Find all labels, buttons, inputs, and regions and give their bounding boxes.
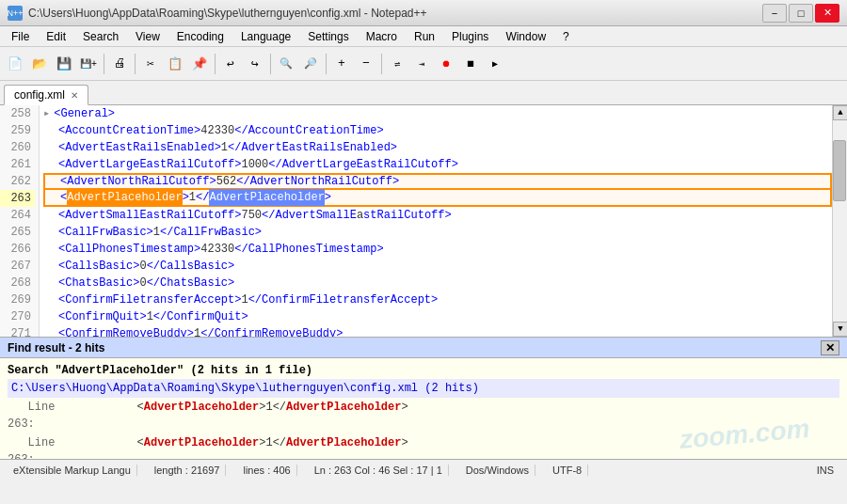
menu-settings[interactable]: Settings xyxy=(300,28,356,45)
highlight-advert-placeholder-close: AdvertPlaceholder xyxy=(209,189,324,206)
menu-edit[interactable]: Edit xyxy=(39,28,73,45)
scroll-down-arrow[interactable]: ▼ xyxy=(833,322,847,337)
toolbar: 📄 📂 💾 💾+ 🖨 ✂ 📋 📌 ↩ ↪ 🔍 🔎 + − ⇌ ⇥ ⏺ ⏹ ▶ xyxy=(0,47,847,81)
menu-search[interactable]: Search xyxy=(75,28,126,45)
find-result-1: Line 263: <AdvertPlaceholder>1</AdvertPl… xyxy=(8,398,839,433)
line-num-271: 271 xyxy=(0,325,35,337)
code-line-262: <AdvertNorthRailCutoff>562</AdvertNorthR… xyxy=(43,173,832,190)
tb-new[interactable]: 📄 xyxy=(4,53,26,75)
maximize-button[interactable]: □ xyxy=(789,4,813,23)
tabs-bar: config.xml ✕ xyxy=(0,81,847,105)
tb-replace[interactable]: 🔎 xyxy=(299,53,322,75)
line-numbers: 258 259 260 261 262 263 264 265 266 267 … xyxy=(0,105,40,337)
find-result-2-code: <AdvertPlaceholder>1</AdvertPlaceholder> xyxy=(83,434,408,459)
toolbar-sep-2 xyxy=(135,54,136,74)
line-num-266: 266 xyxy=(0,241,35,258)
line-num-262: 262 xyxy=(0,173,35,190)
line-num-263: 263 xyxy=(0,190,35,207)
menu-run[interactable]: Run xyxy=(407,28,442,45)
tb-redo[interactable]: ↪ xyxy=(244,53,266,75)
status-language: eXtensible Markup Langu xyxy=(8,465,137,476)
find-panel-close[interactable]: ✕ xyxy=(821,340,839,355)
tb-zoom-in[interactable]: + xyxy=(330,53,353,75)
code-line-270: <ConfirmQuit>1</ConfirmQuit> xyxy=(43,308,832,325)
status-bar: eXtensible Markup Langu length : 21697 l… xyxy=(0,459,847,480)
title-bar: N++ C:\Users\Huong\AppData\Roaming\Skype… xyxy=(0,0,847,26)
find-file-path[interactable]: C:\Users\Huong\AppData\Roaming\Skype\lut… xyxy=(8,379,839,398)
code-line-259: <AccountCreationTime>42330</AccountCreat… xyxy=(43,122,832,139)
toolbar-sep-1 xyxy=(104,54,104,74)
line-num-270: 270 xyxy=(0,308,35,325)
code-line-268: <ChatsBasic>0</ChatsBasic> xyxy=(43,275,832,291)
toolbar-sep-5 xyxy=(326,54,327,74)
scroll-up-arrow[interactable]: ▲ xyxy=(833,105,847,120)
toolbar-sep-4 xyxy=(270,54,271,74)
line-num-264: 264 xyxy=(0,207,35,224)
find-result-1-highlight-open: AdvertPlaceholder xyxy=(144,401,259,414)
app-icon: N++ xyxy=(8,6,23,21)
find-result-1-highlight-close: AdvertPlaceholder xyxy=(286,401,401,414)
window-controls: − □ ✕ xyxy=(762,4,839,23)
menu-window[interactable]: Window xyxy=(498,28,553,45)
status-lines: lines : 406 xyxy=(237,465,296,476)
tb-saveall[interactable]: 💾+ xyxy=(77,53,100,75)
code-line-269: <ConfirmFiletransferAccept>1</ConfirmFil… xyxy=(43,291,832,308)
menu-macro[interactable]: Macro xyxy=(359,28,405,45)
line-num-269: 269 xyxy=(0,291,35,308)
code-line-260: <AdvertEastRailsEnabled>1</AdvertEastRai… xyxy=(43,139,832,156)
find-result-2-highlight-close: AdvertPlaceholder xyxy=(286,436,401,449)
find-content: Search "AdvertPlaceholder" (2 hits in 1 … xyxy=(0,358,847,459)
find-panel-header: Find result - 2 hits ✕ xyxy=(0,338,847,358)
line-num-267: 267 xyxy=(0,258,35,275)
find-result-1-code: <AdvertPlaceholder>1</AdvertPlaceholder> xyxy=(83,399,408,433)
toolbar-sep-3 xyxy=(215,54,216,74)
find-results-panel: Find result - 2 hits ✕ Search "AdvertPla… xyxy=(0,337,847,459)
find-panel-title: Find result - 2 hits xyxy=(8,341,104,354)
tb-indent[interactable]: ⇥ xyxy=(410,53,433,75)
tb-copy[interactable]: 📋 xyxy=(164,53,186,75)
line-num-265: 265 xyxy=(0,224,35,241)
tb-find[interactable]: 🔍 xyxy=(275,53,297,75)
tb-wrap[interactable]: ⇌ xyxy=(386,53,408,75)
code-line-265: <CallFrwBasic>1</CallFrwBasic> xyxy=(43,224,832,241)
menu-language[interactable]: Language xyxy=(233,28,298,45)
tab-close-button[interactable]: ✕ xyxy=(71,90,78,101)
toolbar-sep-6 xyxy=(381,54,382,74)
status-length: length : 21697 xyxy=(149,465,227,476)
tab-filename: config.xml xyxy=(14,88,65,102)
status-encoding: UTF-8 xyxy=(547,465,588,476)
tb-save[interactable]: 💾 xyxy=(53,53,75,75)
tb-print[interactable]: 🖨 xyxy=(108,53,131,75)
scroll-thumb[interactable] xyxy=(833,140,846,200)
close-button[interactable]: ✕ xyxy=(815,4,839,23)
code-line-266: <CallPhonesTimestamp>42330</CallPhonesTi… xyxy=(43,241,832,258)
vertical-scrollbar[interactable]: ▲ ▼ xyxy=(832,105,847,337)
code-line-263: <AdvertPlaceholder>1</AdvertPlaceholder> xyxy=(43,190,832,207)
menu-view[interactable]: View xyxy=(128,28,168,45)
line-num-258: 258 xyxy=(0,105,35,122)
tb-zoom-out[interactable]: − xyxy=(355,53,377,75)
code-line-258: ▸<General> xyxy=(43,105,832,122)
status-position: Ln : 263 Col : 46 Sel : 17 | 1 xyxy=(309,465,449,476)
tb-paste[interactable]: 📌 xyxy=(188,53,211,75)
menu-file[interactable]: File xyxy=(4,28,37,45)
tb-macro-rec[interactable]: ⏺ xyxy=(435,53,457,75)
line-num-268: 268 xyxy=(0,275,35,291)
menu-help[interactable]: ? xyxy=(555,28,577,45)
scroll-track[interactable] xyxy=(833,120,847,322)
menu-plugins[interactable]: Plugins xyxy=(444,28,496,45)
tb-macro-play[interactable]: ▶ xyxy=(484,53,506,75)
tb-macro-stop[interactable]: ⏹ xyxy=(459,53,482,75)
code-line-271: <ConfirmRemoveBuddy>1</ConfirmRemoveBudd… xyxy=(43,325,832,337)
code-line-261: <AdvertLargeEastRailCutoff>1000</AdvertL… xyxy=(43,156,832,173)
code-area[interactable]: ▸<General> <AccountCreationTime>42330</A… xyxy=(40,105,832,337)
tab-config-xml[interactable]: config.xml ✕ xyxy=(4,85,88,105)
code-line-267: <CallsBasic>0</CallsBasic> xyxy=(43,258,832,275)
tb-cut[interactable]: ✂ xyxy=(139,53,162,75)
menu-encoding[interactable]: Encoding xyxy=(169,28,232,45)
tb-open[interactable]: 📂 xyxy=(28,53,51,75)
tb-undo[interactable]: ↩ xyxy=(219,53,242,75)
line-num-259: 259 xyxy=(0,122,35,139)
line-num-260: 260 xyxy=(0,139,35,156)
minimize-button[interactable]: − xyxy=(762,4,787,23)
